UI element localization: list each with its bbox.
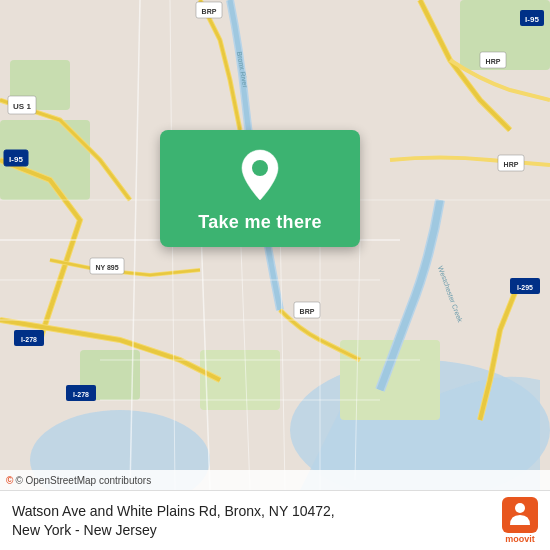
svg-text:HRP: HRP (504, 161, 519, 168)
osm-logo: © (6, 475, 13, 486)
svg-text:I-95: I-95 (525, 15, 539, 24)
svg-text:BRP: BRP (202, 8, 217, 15)
svg-text:BRP: BRP (300, 308, 315, 315)
address-line1: Watson Ave and White Plains Rd, Bronx, N… (12, 503, 335, 519)
svg-rect-7 (200, 350, 280, 410)
svg-point-50 (515, 503, 525, 513)
svg-text:I-95: I-95 (9, 155, 23, 164)
svg-text:HRP: HRP (486, 58, 501, 65)
svg-text:US 1: US 1 (13, 102, 31, 111)
address-line2: New York - New Jersey (12, 522, 157, 538)
location-pin-icon (238, 148, 282, 202)
take-me-there-button[interactable]: Take me there (198, 212, 322, 233)
attribution-bar: © © OpenStreetMap contributors (0, 470, 550, 490)
location-address: Watson Ave and White Plains Rd, Bronx, N… (12, 502, 492, 540)
bottom-info-bar: Watson Ave and White Plains Rd, Bronx, N… (0, 490, 550, 550)
svg-text:I-295: I-295 (517, 284, 533, 291)
svg-text:I-278: I-278 (73, 391, 89, 398)
svg-point-48 (252, 160, 268, 176)
moovit-logo-icon (502, 497, 538, 533)
svg-text:NY 895: NY 895 (95, 264, 118, 271)
svg-text:I-278: I-278 (21, 336, 37, 343)
moovit-logo[interactable]: moovit (502, 497, 538, 544)
map-view: US 1 I-95 I-95 BRP HRP HRP NY 895 BRP I-… (0, 0, 550, 490)
moovit-label: moovit (505, 534, 535, 544)
attribution-text: © OpenStreetMap contributors (15, 475, 151, 486)
location-card[interactable]: Take me there (160, 130, 360, 247)
